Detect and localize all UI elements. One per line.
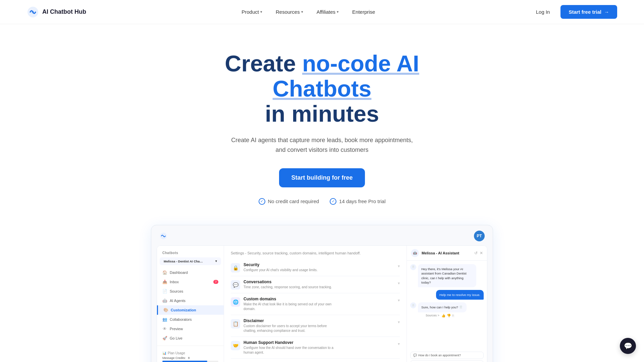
settings-row-disclaimer[interactable]: 📋 Disclaimer Custom disclaimer for users… bbox=[231, 315, 400, 337]
copy-icon[interactable]: ⎘ bbox=[452, 314, 454, 317]
credits-row: Message Credits: 8 bbox=[162, 356, 218, 360]
plan-usage: 📊 Plan Usage Message Credits: 8 Tokens: … bbox=[157, 349, 224, 362]
ai-agents-icon: 🤖 bbox=[162, 298, 167, 303]
bot-avatar-small: 🦷 bbox=[410, 264, 416, 270]
chevron-right-icon: ▾ bbox=[398, 342, 400, 346]
app-preview-section: PT Chatbots Melissa - Dentist AI Chatbot… bbox=[138, 225, 506, 362]
hero-subtitle: Create AI agents that capture more leads… bbox=[184, 135, 460, 155]
chat-suggestions: How do I book an appointment? What are y… bbox=[407, 352, 487, 362]
chevron-right-icon: ▾ bbox=[398, 298, 400, 303]
sidebar-item-sources[interactable]: 📄 Sources bbox=[157, 287, 224, 296]
floating-chat-button[interactable]: 💬 bbox=[620, 338, 636, 354]
handover-icon: 🤝 bbox=[231, 341, 240, 350]
sidebar-item-collaborators[interactable]: 👥 Collaborators bbox=[157, 315, 224, 324]
suggestion-2[interactable]: What are your clinic hours? bbox=[410, 360, 484, 362]
preview-topbar: PT bbox=[157, 231, 487, 245]
chevron-down-icon: ▾ bbox=[260, 10, 262, 14]
settings-disclaimer-desc: Custom disclaimer for users to accept yo… bbox=[244, 324, 337, 333]
settings-conv-desc: Time zone, caching, response scoring, an… bbox=[244, 285, 332, 290]
conversations-icon: 💬 bbox=[231, 280, 240, 290]
nav-affiliates[interactable]: Affiliates ▾ bbox=[311, 6, 344, 17]
preview-inner: Chatbots Melissa - Dentist AI Chatbot ▾ … bbox=[157, 245, 487, 362]
user-avatar: PT bbox=[474, 231, 485, 241]
settings-conv-title: Conversations bbox=[244, 280, 332, 284]
suggestion-1[interactable]: How do I book an appointment? bbox=[410, 352, 484, 359]
settings-panel: Settings - Security, source tracking, cu… bbox=[224, 246, 407, 362]
settings-row-custom-domains[interactable]: 🌐 Custom domains Make the AI chat look l… bbox=[231, 293, 400, 315]
close-icon[interactable]: ✕ bbox=[480, 251, 483, 255]
hero-section: Create no-code AI Chatbots in minutes Cr… bbox=[0, 24, 644, 225]
collaborators-icon: 👥 bbox=[162, 317, 167, 322]
chat-message-row-2: 🦷 Sure, how can I help you? 🦷 Sources > … bbox=[410, 302, 467, 317]
start-building-button[interactable]: Start building for free bbox=[279, 168, 365, 187]
chat-bubble-bot-1: Hey there, it's Melissa your AI assistan… bbox=[418, 264, 476, 287]
customization-icon: 🎨 bbox=[163, 308, 168, 312]
chat-bot-avatar: 🤖 bbox=[411, 249, 419, 257]
navbar: AI Chatbot Hub Product ▾ Resources ▾ Aff… bbox=[0, 0, 644, 24]
thumbs-up-icon[interactable]: 👍 bbox=[441, 314, 445, 317]
inbox-badge: 7 bbox=[213, 280, 218, 284]
disclaimer-icon: 📋 bbox=[231, 319, 240, 328]
chat-header-icons: ↺ ✕ bbox=[474, 251, 483, 255]
sidebar-item-preview[interactable]: 👁 Preview bbox=[157, 324, 224, 334]
settings-row-conversations[interactable]: 💬 Conversations Time zone, caching, resp… bbox=[231, 276, 400, 293]
sidebar-item-inbox[interactable]: 📥 Inbox 7 bbox=[157, 277, 224, 287]
sidebar-divider bbox=[157, 346, 224, 346]
preview-icon: 👁 bbox=[162, 326, 167, 331]
chevron-right-icon: ▾ bbox=[398, 320, 400, 324]
chatbot-selector[interactable]: Melissa - Dentist AI Chatbot ▾ bbox=[160, 257, 221, 265]
settings-security-title: Security bbox=[244, 262, 318, 267]
chevron-down-icon: ▾ bbox=[301, 10, 303, 14]
dashboard-icon: 🏠 bbox=[162, 270, 167, 275]
chevron-right-icon: ▾ bbox=[398, 281, 400, 286]
check-icon: ✓ bbox=[330, 198, 336, 205]
chat-sources-row: Sources > 👍 👎 ⎘ bbox=[418, 314, 467, 317]
settings-domains-desc: Make the AI chat look like it is being s… bbox=[244, 302, 337, 311]
settings-security-desc: Configure your AI chat's visibility and … bbox=[244, 268, 318, 273]
nav-enterprise[interactable]: Enterprise bbox=[347, 6, 380, 17]
sidebar-item-ai-agents[interactable]: 🤖 AI Agents bbox=[157, 296, 224, 305]
settings-row-handover[interactable]: 🤝 Human Support Handover Configure how t… bbox=[231, 337, 400, 359]
settings-item-disclaimer: 📋 Disclaimer Custom disclaimer for users… bbox=[231, 318, 337, 333]
nav-product[interactable]: Product ▾ bbox=[236, 6, 268, 17]
start-trial-button[interactable]: Start free trial → bbox=[560, 5, 617, 19]
settings-item-custom-domains: 🌐 Custom domains Make the AI chat look l… bbox=[231, 297, 337, 311]
security-icon: 🔒 bbox=[231, 263, 240, 273]
chevron-down-icon: ▾ bbox=[215, 259, 217, 263]
bot-avatar-small-2: 🦷 bbox=[410, 302, 416, 308]
settings-row-security[interactable]: 🔒 Security Configure your AI chat's visi… bbox=[231, 259, 400, 276]
sidebar-item-customization[interactable]: 🎨 Customization bbox=[157, 305, 224, 315]
reaction-icons: 👍 👎 ⎘ bbox=[441, 314, 454, 317]
settings-handover-title: Human Support Handover bbox=[244, 340, 337, 345]
chat-bubble-bot-2: Sure, how can I help you? 🦷 bbox=[418, 302, 467, 312]
chat-header: 🤖 Melissa - AI Assistant ↺ ✕ bbox=[407, 246, 487, 261]
settings-row-user-data[interactable]: 👤 User Data Management - Collect and man… bbox=[231, 359, 400, 362]
svg-point-1 bbox=[32, 11, 34, 13]
go-live-icon: 🚀 bbox=[162, 336, 167, 341]
nav-resources[interactable]: Resources ▾ bbox=[270, 6, 309, 17]
sources-icon: 📄 bbox=[162, 289, 167, 294]
arrow-icon: → bbox=[604, 9, 609, 15]
custom-domains-icon: 🌐 bbox=[231, 297, 240, 307]
check-icon: ✓ bbox=[259, 198, 265, 205]
login-button[interactable]: Log In bbox=[531, 6, 555, 17]
plan-label: 📊 Plan Usage bbox=[162, 351, 218, 355]
thumbs-down-icon[interactable]: 👎 bbox=[447, 314, 451, 317]
nav-logo-text: AI Chatbot Hub bbox=[42, 8, 86, 15]
inbox-icon: 📥 bbox=[162, 280, 167, 284]
refresh-icon[interactable]: ↺ bbox=[474, 251, 478, 255]
chat-bubble-user-1: Help me to resolve my issue. bbox=[436, 290, 484, 300]
tokens-bar bbox=[162, 361, 207, 362]
sources-label[interactable]: Sources > bbox=[426, 314, 439, 317]
sidebar-item-dashboard[interactable]: 🏠 Dashboard bbox=[157, 268, 224, 277]
tokens-bar-wrap bbox=[162, 361, 218, 362]
sidebar-item-go-live[interactable]: 🚀 Go Live bbox=[157, 334, 224, 343]
hero-title: Create no-code AI Chatbots in minutes bbox=[184, 51, 460, 126]
settings-disclaimer-title: Disclaimer bbox=[244, 318, 337, 323]
sidebar-section-label: Chatbots bbox=[157, 250, 224, 257]
preview-container: PT Chatbots Melissa - Dentist AI Chatbot… bbox=[151, 225, 493, 362]
nav-logo[interactable]: AI Chatbot Hub bbox=[27, 6, 86, 18]
settings-item-conversations: 💬 Conversations Time zone, caching, resp… bbox=[231, 280, 332, 290]
chat-message-row: 🦷 Hey there, it's Melissa your AI assist… bbox=[410, 264, 476, 287]
chevron-right-icon: ▾ bbox=[398, 264, 400, 268]
